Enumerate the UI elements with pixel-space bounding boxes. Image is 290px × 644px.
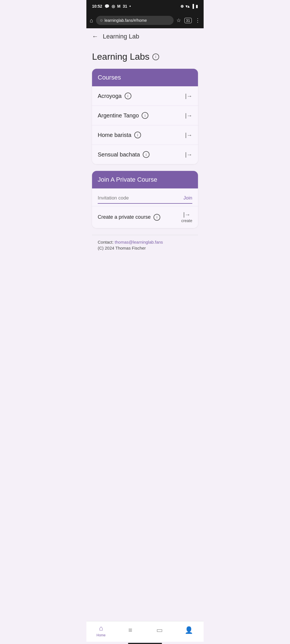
tab-count-button[interactable]: 31 (184, 18, 192, 23)
invitation-code-input[interactable] (98, 194, 180, 202)
join-private-course-card: Join A Private Course Join Create a priv… (92, 171, 198, 228)
more-menu-icon[interactable]: ⋮ (195, 17, 200, 23)
acroyoga-arrow-icon: |→ (185, 93, 192, 99)
browser-home-button[interactable]: ⌂ (90, 17, 93, 24)
gmail-icon: M (117, 4, 121, 8)
contact-prefix: Contact: (98, 240, 115, 244)
argentine-tango-arrow-icon: |→ (185, 112, 192, 119)
nav-item-list[interactable]: ≡ (122, 626, 139, 635)
create-label: create (181, 218, 192, 223)
courses-header-title: Courses (98, 74, 121, 81)
nav-item-home[interactable]: ⌂ Home (93, 624, 110, 637)
sensual-bachata-info-icon[interactable]: i (143, 151, 150, 158)
create-arrow-icon: |→ (183, 211, 190, 218)
home-barista-arrow-icon: |→ (185, 132, 192, 138)
wifi-icon: ▾▴ (185, 4, 189, 8)
course-item-acroyoga[interactable]: Acroyoga i |→ (92, 86, 198, 106)
footer-contact: Contact: thomas@learninglab.fans (C) 202… (92, 235, 198, 255)
profile-nav-icon: 👤 (185, 626, 193, 634)
join-card-header: Join A Private Course (92, 171, 198, 188)
section-heading: Learning Labs i (92, 51, 198, 62)
section-heading-text: Learning Labs (92, 51, 150, 62)
course-name: Acroyoga (98, 93, 122, 99)
url-security-icon: ⊙ (100, 18, 103, 22)
url-text: learninglab.fans/#/home (105, 18, 147, 23)
page-title: Learning Lab (103, 33, 139, 40)
back-button[interactable]: ← (92, 33, 98, 40)
status-bar: 10:52 💬 ◎ M 31 • ⊕ ▾▴ ▐ ▮ (86, 0, 204, 12)
dot-indicator: • (129, 4, 131, 8)
star-icon[interactable]: ☆ (176, 17, 181, 23)
course-item-left: Home barista i (98, 132, 141, 138)
status-right: ⊕ ▾▴ ▐ ▮ (180, 4, 198, 8)
browser-bar: ⌂ ⊙ learninglab.fans/#/home ☆ 31 ⋮ (86, 12, 204, 28)
battery-icon: ▮ (196, 4, 198, 8)
create-course-text: Create a private course (98, 214, 151, 220)
url-bar[interactable]: ⊙ learninglab.fans/#/home (96, 16, 173, 25)
nav-item-calendar[interactable]: ▭ (151, 626, 168, 635)
sensual-bachata-arrow-icon: |→ (185, 151, 192, 158)
course-name: Home barista (98, 132, 131, 138)
create-section-left: Create a private course i (98, 214, 160, 221)
page-header: ← Learning Lab (86, 28, 204, 45)
section-info-icon[interactable]: i (152, 53, 159, 60)
calendar-icon: 31 (123, 4, 127, 8)
instagram-icon: ◎ (112, 4, 115, 8)
join-button[interactable]: Join (180, 194, 192, 202)
copyright-text: (C) 2024 Thomas Fischer (98, 246, 192, 250)
bottom-nav: ⌂ Home ≡ ▭ 👤 (86, 621, 204, 642)
main-content: Learning Labs i Courses Acroyoga i |→ Ar… (86, 45, 204, 621)
course-name: Sensual bachata (98, 151, 140, 158)
plus-circle-icon: ⊕ (180, 4, 184, 8)
course-item-left: Acroyoga i (98, 93, 131, 99)
course-item-sensual-bachata[interactable]: Sensual bachata i |→ (92, 145, 198, 164)
create-course-info-icon[interactable]: i (153, 214, 160, 221)
home-nav-icon: ⌂ (99, 624, 103, 632)
whatsapp-icon: 💬 (105, 4, 109, 8)
create-private-course-section[interactable]: Create a private course i |→ create (92, 206, 198, 228)
acroyoga-info-icon[interactable]: i (125, 93, 131, 99)
course-item-home-barista[interactable]: Home barista i |→ (92, 125, 198, 145)
nav-item-profile[interactable]: 👤 (180, 626, 197, 635)
bottom-indicator (128, 643, 162, 644)
course-item-argentine-tango[interactable]: Argentine Tango i |→ (92, 106, 198, 125)
browser-actions: ☆ 31 ⋮ (176, 17, 200, 23)
create-button[interactable]: |→ create (181, 211, 192, 223)
course-item-left: Sensual bachata i (98, 151, 150, 158)
home-barista-info-icon[interactable]: i (134, 132, 141, 138)
contact-info: Contact: thomas@learninglab.fans (98, 240, 192, 244)
signal-icon: ▐ (191, 4, 194, 8)
argentine-tango-info-icon[interactable]: i (142, 112, 148, 119)
course-item-left: Argentine Tango i (98, 112, 148, 119)
invitation-section: Join (92, 188, 198, 206)
home-nav-label: Home (97, 633, 106, 637)
calendar-nav-icon: ▭ (156, 626, 163, 634)
status-time: 10:52 (92, 4, 102, 8)
invitation-row: Join (98, 194, 192, 204)
course-name: Argentine Tango (98, 112, 139, 119)
status-left: 10:52 💬 ◎ M 31 • (92, 4, 131, 8)
list-nav-icon: ≡ (128, 626, 132, 634)
courses-card: Courses Acroyoga i |→ Argentine Tango i … (92, 69, 198, 164)
join-card-header-title: Join A Private Course (98, 176, 157, 183)
courses-card-header: Courses (92, 69, 198, 86)
contact-email-link[interactable]: thomas@learninglab.fans (115, 240, 163, 244)
